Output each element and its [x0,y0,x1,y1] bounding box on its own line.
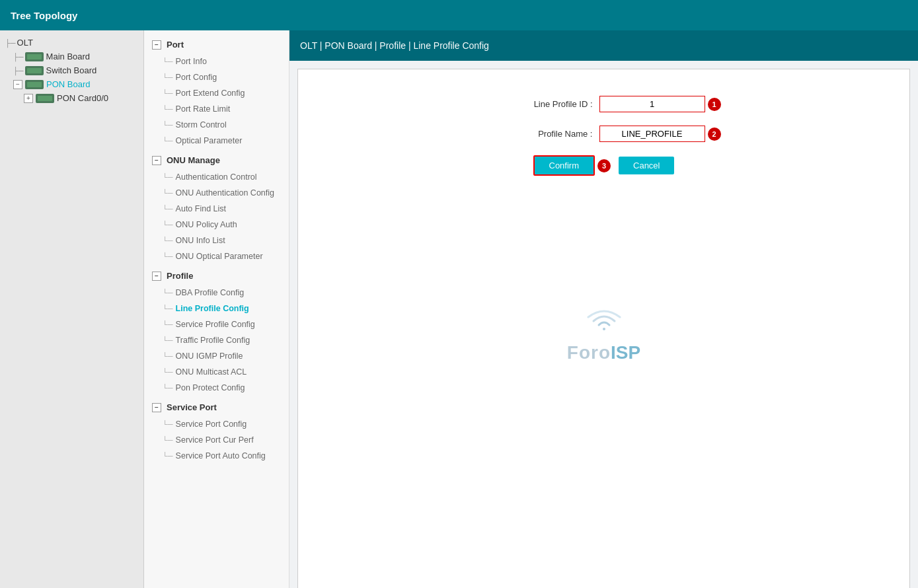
tree-node-pon-card[interactable]: + PON Card0/0 [3,91,141,105]
watermark-area: Foro ISP [311,308,896,363]
prefix-onu-policy: └─ [163,221,173,229]
menu-item-onu-multicast[interactable]: └─ ONU Multicast ACL [144,364,289,380]
menu-item-service-profile[interactable]: └─ Service Profile Config [144,316,289,332]
menu-item-auto-find-list[interactable]: └─ Auto Find List [144,201,289,217]
prefix-onu-info: └─ [163,237,173,244]
prefix-onu-auth-config: └─ [163,189,173,197]
menu-item-port-extend-label: Port Extend Config [176,89,245,98]
menu-item-port-rate-label: Port Rate Limit [176,104,231,114]
line-profile-id-input[interactable] [599,96,705,112]
menu-section-port: − Port └─ Port Info └─ Port Config └─ Po… [144,36,289,149]
prefix-pon-protect: └─ [163,384,173,392]
form-card: Line Profile ID : 1 Profile Name : 2 [297,69,910,588]
pon-card-label: PON Card0/0 [57,93,108,103]
app-header: Tree Topology [0,0,918,30]
prefix-dba: └─ [163,289,173,297]
prefix-port-extend: └─ [163,89,173,97]
tree-node-pon-board[interactable]: − PON Board [3,77,141,91]
content-body: Line Profile ID : 1 Profile Name : 2 [289,61,918,588]
port-section-label: Port [167,40,184,50]
tree-node-switch-board[interactable]: ├─ Switch Board [3,63,141,77]
menu-item-port-rate-limit[interactable]: └─ Port Rate Limit [144,101,289,117]
expand-port[interactable]: − [152,40,161,50]
confirm-button[interactable]: Confirm [533,155,595,176]
profile-section-label: Profile [167,271,193,281]
menu-item-storm-control[interactable]: └─ Storm Control [144,117,289,133]
menu-item-line-label: Line Profile Config [176,304,249,313]
tree-branch-olt: ├─ [5,39,16,47]
menu-item-onu-info-list[interactable]: └─ ONU Info List [144,233,289,248]
menu-item-sp-auto-label: Service Port Auto Config [176,451,266,460]
line-profile-id-row: Line Profile ID : 1 [311,96,896,112]
watermark-text-row: Foro ISP [567,342,640,363]
prefix-multicast: └─ [163,368,173,376]
prefix-sp-config: └─ [163,420,173,428]
step-badge-3: 3 [597,159,611,172]
prefix-storm: └─ [163,121,173,129]
menu-item-auth-control[interactable]: └─ Authentication Control [144,169,289,185]
breadcrumb: OLT | PON Board | Profile | Line Profile… [300,40,489,51]
menu-item-service-port-cur-perf[interactable]: └─ Service Port Cur Perf [144,432,289,448]
sidebar: ├─ OLT ├─ Main Board ├─ Switch Board − P… [0,30,144,588]
prefix-sp-cur-perf: └─ [163,436,173,444]
menu-section-profile-title[interactable]: − Profile [144,267,289,285]
menu-section-onu-title[interactable]: − ONU Manage [144,151,289,169]
tree-branch-switch-board: ├─ [13,67,24,75]
menu-item-port-extend-config[interactable]: └─ Port Extend Config [144,85,289,101]
menu-item-onu-policy-label: ONU Policy Auth [176,220,237,229]
menu-item-auth-control-label: Authentication Control [176,172,257,182]
pon-board-icon [25,80,44,89]
menu-item-onu-auth-config-label: ONU Authentication Config [176,188,274,198]
expand-pon-card[interactable]: + [24,94,33,103]
menu-item-onu-auth-config[interactable]: └─ ONU Authentication Config [144,185,289,201]
cancel-button[interactable]: Cancel [619,157,674,174]
prefix-sp-auto: └─ [163,452,173,460]
menu-item-onu-multicast-label: ONU Multicast ACL [176,367,247,377]
menu-item-dba-label: DBA Profile Config [176,288,245,297]
expand-pon-board[interactable]: − [13,80,22,89]
menu-item-service-port-auto-config[interactable]: └─ Service Port Auto Config [144,448,289,464]
menu-item-line-profile[interactable]: └─ Line Profile Config [144,301,289,316]
badge-wrapper-3: Confirm 3 [533,155,611,176]
prefix-traffic: └─ [163,336,173,344]
main-board-icon [25,52,44,61]
menu-item-port-info[interactable]: └─ Port Info [144,54,289,69]
menu-item-onu-optical[interactable]: └─ ONU Optical Parameter [144,248,289,264]
button-row: Confirm 3 Cancel [311,155,896,176]
prefix-optical: └─ [163,137,173,145]
badge-wrapper-2: 2 [599,126,721,142]
menu-item-sp-cur-perf-label: Service Port Cur Perf [176,435,254,445]
menu-item-onu-igmp[interactable]: └─ ONU IGMP Profile [144,348,289,364]
prefix-port-config: └─ [163,73,173,81]
watermark-text-foro: Foro [567,342,611,363]
menu-section-profile: − Profile └─ DBA Profile Config └─ Line … [144,267,289,396]
step-badge-2: 2 [708,128,721,141]
menu-item-pon-protect[interactable]: └─ Pon Protect Config [144,380,289,396]
expand-service-port[interactable]: − [152,403,161,412]
expand-onu[interactable]: − [152,156,161,165]
menu-item-optical-label: Optical Parameter [176,136,243,145]
profile-name-input[interactable] [599,126,705,142]
menu-item-port-config[interactable]: └─ Port Config [144,69,289,85]
tree-node-olt[interactable]: ├─ OLT [3,36,141,50]
menu-item-service-port-config[interactable]: └─ Service Port Config [144,416,289,432]
prefix-igmp: └─ [163,352,173,360]
menu-section-port-title[interactable]: − Port [144,36,289,54]
menu-section-service-port-title[interactable]: − Service Port [144,398,289,416]
tree-node-main-board[interactable]: ├─ Main Board [3,50,141,63]
tree-topology: ├─ OLT ├─ Main Board ├─ Switch Board − P… [0,30,143,110]
menu-item-service-profile-label: Service Profile Config [176,320,255,329]
menu-item-optical-parameter[interactable]: └─ Optical Parameter [144,133,289,149]
menu-item-onu-policy-auth[interactable]: └─ ONU Policy Auth [144,217,289,233]
menu-section-onu-manage: − ONU Manage └─ Authentication Control └… [144,151,289,264]
menu-item-traffic-label: Traffic Profile Config [176,336,250,345]
menu-item-traffic-profile[interactable]: └─ Traffic Profile Config [144,332,289,348]
menu-item-dba-profile[interactable]: └─ DBA Profile Config [144,285,289,301]
menu-item-storm-label: Storm Control [176,120,227,129]
expand-profile[interactable]: − [152,272,161,281]
main-board-label: Main Board [46,52,90,61]
menu-panel: − Port └─ Port Info └─ Port Config └─ Po… [144,30,289,588]
content-header: OLT | PON Board | Profile | Line Profile… [289,30,918,61]
service-port-section-label: Service Port [167,402,217,412]
pon-board-label: PON Board [46,79,90,89]
